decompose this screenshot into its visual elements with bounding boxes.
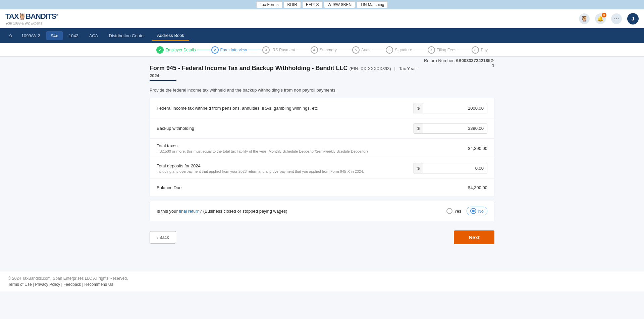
step-3-circle: 3	[262, 46, 270, 54]
next-button[interactable]: Next	[454, 230, 494, 244]
form-fields-card: Federal income tax withheld from pension…	[150, 98, 494, 197]
logo-sub: Your 1099 & W2 Experts	[5, 21, 42, 25]
step-4: 4 Summary	[311, 46, 337, 54]
notification-badge: 0	[602, 13, 606, 17]
federal-income-input[interactable]	[423, 103, 487, 113]
backup-withholding-input-group: $	[414, 123, 487, 134]
nav-94x[interactable]: 94x	[46, 31, 63, 40]
step-7-label: Filing Fees	[437, 48, 457, 52]
form-row-4-label: Total deposits for 2024 Including any ov…	[157, 163, 414, 173]
federal-income-prefix: $	[414, 103, 423, 113]
nav-1099-w2[interactable]: 1099/W-2	[17, 31, 45, 40]
step-line-5	[372, 50, 384, 50]
radio-no-circle	[470, 208, 476, 214]
step-5-label: Audit	[361, 48, 370, 52]
mascot-icon[interactable]: 🦉	[579, 13, 590, 24]
step-1-circle: ✓	[156, 46, 164, 54]
main-content: Form 945 - Federal Income Tax and Backup…	[144, 65, 500, 244]
nav-bar: ⌂ 1099/W-2 94x 1042 ACA Distribution Cen…	[0, 28, 644, 43]
form-row-3-label: Total taxes. If $2,500 or more, this mus…	[157, 143, 447, 153]
final-return-no[interactable]: No	[467, 207, 487, 215]
step-1-label: Employer Details	[165, 48, 196, 52]
nav-aca[interactable]: ACA	[85, 31, 103, 40]
step-7: 7 Filing Fees	[428, 46, 457, 54]
nav-1042[interactable]: 1042	[64, 31, 83, 40]
step-2: 2 Form Interview	[211, 46, 247, 54]
final-return-label: Is this your final return? (Business clo…	[157, 209, 446, 214]
final-return-row: Is this your final return? (Business clo…	[150, 201, 494, 221]
step-3-label: IRS Payment	[271, 48, 295, 52]
form-row-5: Balance Due $4,390.00	[150, 178, 494, 197]
step-3: 3 IRS Payment	[262, 46, 295, 54]
step-5-circle: 5	[352, 46, 360, 54]
form-row-2-label: Backup withholding	[157, 126, 414, 131]
footer-feedback[interactable]: Feedback	[63, 282, 81, 287]
total-deposits-input-group: $	[414, 163, 487, 173]
final-return-yes[interactable]: Yes	[446, 208, 461, 214]
step-6-circle: 6	[386, 46, 393, 54]
form-row-1: Federal income tax withheld from pension…	[150, 98, 494, 118]
actions-row: ‹ Back Next	[150, 230, 494, 244]
form-row-2: Backup withholding $	[150, 118, 494, 139]
banner-w9[interactable]: W-9/W-8BEN	[324, 1, 356, 8]
header-right: 🦉 🔔 0 ⋯ J	[579, 13, 639, 24]
step-2-label: Form Interview	[220, 48, 247, 52]
form-row-4: Total deposits for 2024 Including any ov…	[150, 158, 494, 178]
form-row-3: Total taxes. If $2,500 or more, this mus…	[150, 139, 494, 158]
step-line-1	[197, 50, 210, 50]
step-2-circle: 2	[211, 46, 219, 54]
step-8-label: Pay	[481, 48, 488, 52]
step-4-circle: 4	[311, 46, 318, 54]
step-7-circle: 7	[428, 46, 435, 54]
balance-due-value: $4,390.00	[447, 185, 487, 190]
step-line-6	[414, 50, 426, 50]
step-5: 5 Audit	[352, 46, 370, 54]
header: TAX🦉BANDITS® Your 1099 & W2 Experts 🦉 🔔 …	[0, 9, 644, 28]
step-1: ✓ Employer Details	[156, 46, 196, 54]
footer-terms[interactable]: Terms of Use	[8, 282, 32, 287]
footer-copyright: © 2024 TaxBandits.com, Span Enterprises …	[8, 276, 636, 281]
step-line-4	[338, 50, 351, 50]
footer-recommend[interactable]: Recommend Us	[84, 282, 113, 287]
return-number: Return Number: 6S0033372421852-1	[423, 58, 494, 68]
banner-tax-forms[interactable]: Tax Forms	[256, 1, 282, 8]
logo[interactable]: TAX🦉BANDITS® Your 1099 & W2 Experts	[5, 12, 58, 25]
step-8: 8 Pay	[472, 46, 488, 54]
step-6-label: Signature	[395, 48, 412, 52]
avatar[interactable]: J	[627, 13, 639, 24]
radio-yes-circle	[446, 208, 452, 214]
nav-address-book[interactable]: Address Book	[152, 31, 189, 41]
footer: © 2024 TaxBandits.com, Span Enterprises …	[0, 271, 644, 291]
form-description: Provide the federal income tax withheld …	[150, 88, 494, 93]
step-line-3	[297, 50, 309, 50]
banner-tin-matching[interactable]: TIN Matching	[357, 1, 388, 8]
step-4-label: Summary	[320, 48, 337, 52]
back-button[interactable]: ‹ Back	[150, 231, 176, 244]
footer-privacy[interactable]: Privacy Policy	[35, 282, 60, 287]
form-row-5-label: Balance Due	[157, 185, 447, 190]
step-line-7	[458, 50, 470, 50]
title-underline	[150, 80, 176, 81]
step-line-2	[248, 50, 261, 50]
final-return-radio-group: Yes No	[446, 207, 487, 215]
backup-withholding-input[interactable]	[423, 123, 487, 133]
federal-income-input-group: $	[414, 103, 487, 113]
backup-withholding-prefix: $	[414, 123, 423, 133]
grid-icon[interactable]: ⋯	[611, 13, 622, 24]
total-deposits-input[interactable]	[423, 163, 487, 173]
nav-home[interactable]: ⌂	[5, 31, 15, 40]
footer-links: Terms of Use | Privacy Policy | Feedback…	[8, 282, 636, 287]
nav-distribution-center[interactable]: Distribution Center	[104, 31, 150, 40]
step-bar: ✓ Employer Details 2 Form Interview 3 IR…	[0, 43, 644, 57]
final-return-link[interactable]: final return	[179, 209, 199, 214]
total-deposits-prefix: $	[414, 163, 423, 173]
step-6: 6 Signature	[386, 46, 412, 54]
banner-efpts[interactable]: EFPTS	[302, 1, 323, 8]
top-banner: Tax Forms BOIR EFPTS W-9/W-8BEN TIN Matc…	[0, 0, 644, 9]
banner-boir[interactable]: BOIR	[284, 1, 301, 8]
form-title: Form 945 - Federal Income Tax and Backup…	[150, 65, 423, 79]
step-8-circle: 8	[472, 46, 479, 54]
total-taxes-value: $4,390.00	[447, 146, 487, 151]
notification-icon[interactable]: 🔔 0	[595, 13, 606, 24]
form-row-1-label: Federal income tax withheld from pension…	[157, 106, 414, 111]
